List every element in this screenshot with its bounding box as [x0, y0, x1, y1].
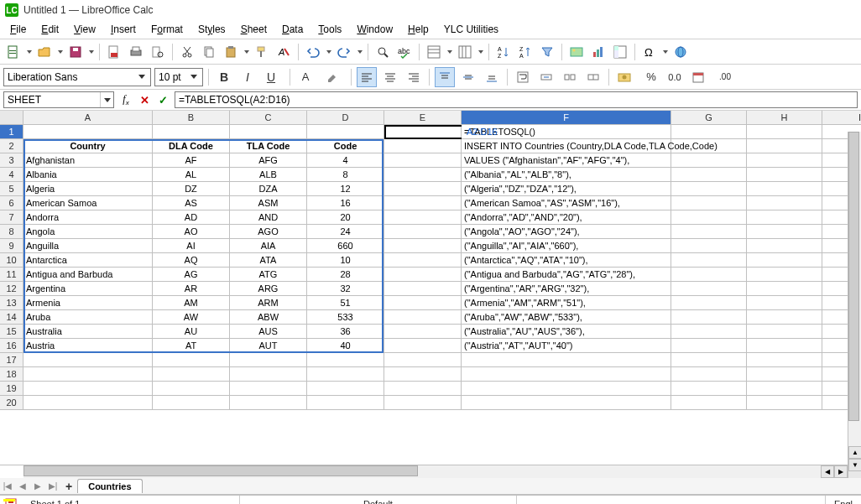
cell[interactable]: [747, 382, 822, 396]
accept-button[interactable]: ✓: [154, 91, 171, 108]
row-header[interactable]: 6: [0, 196, 23, 210]
cell[interactable]: AUS: [230, 325, 307, 339]
cell[interactable]: AQ: [153, 253, 230, 268]
copy-icon[interactable]: [199, 42, 219, 62]
highlight-color-button[interactable]: [322, 67, 342, 87]
cell[interactable]: [747, 125, 822, 139]
column-header[interactable]: B: [153, 111, 230, 125]
special-char-icon[interactable]: Ω: [639, 42, 660, 62]
cell[interactable]: [384, 225, 462, 239]
cell[interactable]: AM: [153, 296, 230, 310]
italic-button[interactable]: I: [237, 67, 258, 87]
menu-edit[interactable]: Edit: [34, 22, 65, 37]
cell[interactable]: [671, 339, 747, 353]
menu-data[interactable]: Data: [275, 22, 310, 37]
row-header[interactable]: 20: [0, 396, 23, 410]
menu-view[interactable]: View: [67, 22, 102, 37]
cell[interactable]: AIA: [230, 239, 307, 253]
cell[interactable]: [747, 325, 822, 339]
redo-dropdown[interactable]: [356, 50, 363, 54]
cell[interactable]: [747, 153, 822, 168]
cell[interactable]: =TABLETOSQL(A2:D16): [462, 125, 671, 139]
cell[interactable]: [384, 210, 462, 225]
cell[interactable]: [747, 225, 822, 239]
cell[interactable]: [153, 125, 230, 139]
cell[interactable]: AF: [153, 153, 230, 168]
cell[interactable]: [671, 353, 747, 367]
cell[interactable]: [462, 367, 671, 382]
cell[interactable]: [747, 282, 822, 296]
cell[interactable]: AFG: [230, 153, 307, 168]
menu-styles[interactable]: Styles: [191, 22, 232, 37]
cell[interactable]: [671, 125, 747, 139]
cell[interactable]: AR: [153, 282, 230, 296]
cell[interactable]: ("Albania","AL","ALB","8"),: [462, 168, 671, 182]
cell[interactable]: ASM: [230, 196, 307, 210]
paste-icon[interactable]: [221, 42, 241, 62]
cell[interactable]: Argentina: [23, 282, 153, 296]
cell[interactable]: [671, 153, 747, 168]
scroll-down-button[interactable]: ▼: [848, 459, 861, 471]
cell[interactable]: [384, 396, 462, 410]
cell[interactable]: [23, 367, 153, 382]
cell[interactable]: Austria: [23, 339, 153, 353]
sort-desc-icon[interactable]: ZA: [515, 42, 535, 62]
cell[interactable]: [747, 196, 822, 210]
cell[interactable]: [23, 353, 153, 367]
menu-ylc-utilities[interactable]: YLC Utilities: [437, 22, 505, 37]
row-header[interactable]: 3: [0, 153, 23, 168]
column-header[interactable]: E: [384, 111, 462, 125]
undo-dropdown[interactable]: [325, 50, 332, 54]
cell[interactable]: 10: [307, 253, 384, 268]
cell[interactable]: [153, 396, 230, 410]
cell[interactable]: [671, 310, 747, 325]
row-header[interactable]: 9: [0, 239, 23, 253]
column-header[interactable]: F: [462, 111, 671, 125]
redo-icon[interactable]: [334, 42, 354, 62]
cell[interactable]: [671, 396, 747, 410]
cell[interactable]: ("Antarctica","AQ","ATA","10"),: [462, 253, 671, 268]
cell[interactable]: [671, 268, 747, 282]
find-icon[interactable]: [373, 42, 393, 62]
column-header[interactable]: G: [671, 111, 747, 125]
cell[interactable]: [747, 296, 822, 310]
cell[interactable]: [384, 367, 462, 382]
cell[interactable]: AW: [153, 310, 230, 325]
cell[interactable]: [384, 239, 462, 253]
cell[interactable]: [671, 210, 747, 225]
cell[interactable]: [747, 268, 822, 282]
tab-prev-button[interactable]: ◀: [15, 479, 30, 494]
cell[interactable]: [384, 168, 462, 182]
cell[interactable]: Armenia: [23, 296, 153, 310]
cell[interactable]: [230, 367, 307, 382]
cell[interactable]: [384, 196, 462, 210]
number-format-button[interactable]: 0.0: [665, 67, 685, 87]
cell[interactable]: [230, 382, 307, 396]
cell[interactable]: Country: [23, 139, 153, 153]
cell[interactable]: [230, 125, 307, 139]
cell[interactable]: [462, 382, 671, 396]
cell[interactable]: [747, 210, 822, 225]
row-header[interactable]: 2: [0, 139, 23, 153]
menu-tools[interactable]: Tools: [311, 22, 348, 37]
cell[interactable]: AL: [153, 168, 230, 182]
cell[interactable]: ("Andorra","AD","AND","20"),: [462, 210, 671, 225]
cell[interactable]: ("Angola","AO","AGO","24"),: [462, 225, 671, 239]
cell[interactable]: AI: [153, 239, 230, 253]
cell[interactable]: Albania: [23, 168, 153, 182]
cell[interactable]: ("Armenia","AM","ARM","51"),: [462, 296, 671, 310]
cell[interactable]: [747, 339, 822, 353]
row-header[interactable]: 5: [0, 182, 23, 196]
cell[interactable]: AD: [153, 210, 230, 225]
insert-chart-icon[interactable]: [588, 42, 608, 62]
column-header[interactable]: I: [822, 111, 861, 125]
cell[interactable]: DLA Code: [153, 139, 230, 153]
cell[interactable]: ATA: [230, 253, 307, 268]
cell[interactable]: [747, 367, 822, 382]
row-dropdown[interactable]: [446, 50, 453, 54]
cell[interactable]: DZ: [153, 182, 230, 196]
tab-first-button[interactable]: |◀: [0, 479, 15, 494]
cell[interactable]: [671, 382, 747, 396]
cell[interactable]: AUT: [230, 339, 307, 353]
cell[interactable]: [153, 353, 230, 367]
